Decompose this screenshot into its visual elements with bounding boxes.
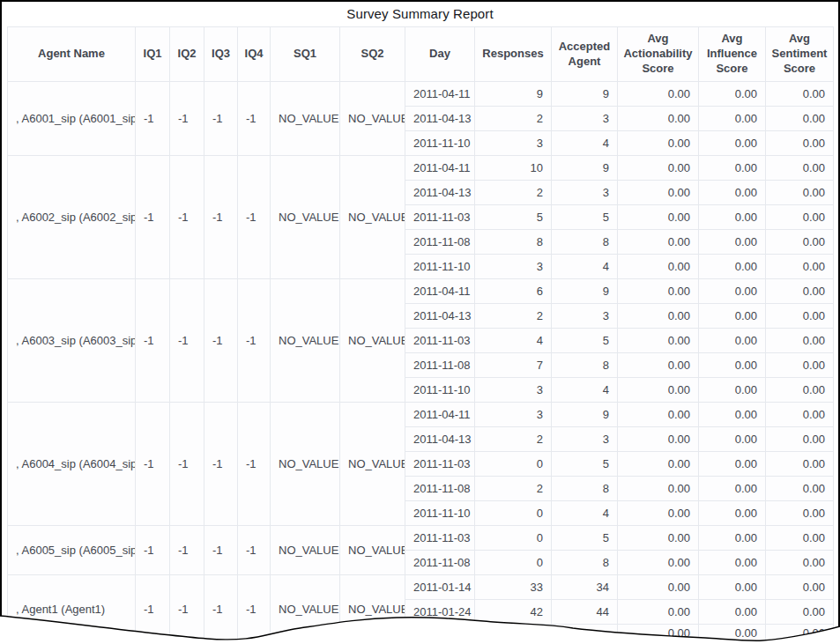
avg-sentiment-score-cell: 0.00	[766, 477, 834, 501]
avg-sentiment-score-cell: 0.00	[766, 156, 834, 181]
iq2-cell: -1	[170, 82, 204, 156]
column-header-2: IQ1	[136, 27, 170, 82]
day-cell: 2011-04-11	[405, 403, 475, 427]
avg-actionability-score-cell: 0.00	[618, 279, 699, 304]
responses-cell: 3	[475, 255, 552, 279]
avg-actionability-score-cell: 0.00	[618, 452, 699, 477]
accepted-agent-cell: 8	[552, 353, 618, 378]
iq1-cell: -1	[136, 82, 170, 156]
iq3-cell: -1	[204, 575, 238, 644]
avg-influence-score-cell: 0.00	[699, 600, 766, 625]
column-header-3: IQ2	[170, 27, 204, 82]
day-cell: 2011-11-03	[405, 526, 475, 551]
accepted-agent-cell: 9	[552, 403, 618, 427]
accepted-agent-cell: 9	[552, 156, 618, 181]
iq3-cell: -1	[204, 156, 238, 279]
day-cell: 2011-01-24	[405, 600, 475, 625]
avg-actionability-score-cell: 0.00	[618, 526, 699, 551]
avg-sentiment-score-cell: 0.00	[766, 625, 834, 644]
responses-cell: 9	[475, 82, 552, 107]
iq4-cell: -1	[238, 526, 271, 575]
day-cell: 2011-04-11	[405, 279, 475, 304]
responses-cell: 0	[475, 551, 552, 575]
responses-cell: 7	[475, 353, 552, 378]
day-cell: 2011-01-14	[405, 575, 475, 600]
accepted-agent-cell: 9	[552, 82, 618, 107]
avg-sentiment-score-cell: 0.00	[766, 329, 834, 353]
accepted-agent-cell: 3	[552, 181, 618, 205]
avg-sentiment-score-cell: 0.00	[766, 353, 834, 378]
avg-influence-score-cell: 0.00	[699, 156, 766, 181]
responses-cell	[475, 625, 552, 644]
iq2-cell: -1	[170, 156, 204, 279]
accepted-agent-cell: 5	[552, 526, 618, 551]
responses-cell: 2	[475, 181, 552, 205]
day-cell: 2011-04-13	[405, 427, 475, 452]
avg-sentiment-score-cell: 0.00	[766, 304, 834, 329]
column-header-8: Day	[405, 27, 475, 82]
column-header-13: Avg Sentiment Score	[766, 27, 834, 82]
sq1-cell: NO_VALUE	[271, 82, 340, 156]
column-header-10: Accepted Agent	[552, 27, 618, 82]
iq4-cell: -1	[238, 403, 271, 526]
avg-sentiment-score-cell: 0.00	[766, 427, 834, 452]
avg-actionability-score-cell: 0.00	[618, 551, 699, 575]
avg-sentiment-score-cell: 0.00	[766, 526, 834, 551]
iq4-cell: -1	[238, 575, 271, 644]
responses-cell: 0	[475, 501, 552, 526]
responses-cell: 3	[475, 131, 552, 156]
responses-cell: 5	[475, 205, 552, 230]
sq1-cell: NO_VALUE	[271, 156, 340, 279]
avg-actionability-score-cell: 0.00	[618, 205, 699, 230]
avg-actionability-score-cell: 0.00	[618, 427, 699, 452]
avg-influence-score-cell: 0.00	[699, 279, 766, 304]
day-cell: 2011-04-13	[405, 304, 475, 329]
accepted-agent-cell: 3	[552, 427, 618, 452]
avg-influence-score-cell: 0.00	[699, 304, 766, 329]
iq2-cell: -1	[170, 403, 204, 526]
day-cell	[405, 625, 475, 644]
responses-cell: 2	[475, 477, 552, 501]
column-header-5: IQ4	[238, 27, 271, 82]
accepted-agent-cell	[552, 625, 618, 644]
avg-sentiment-score-cell: 0.00	[766, 230, 834, 255]
avg-actionability-score-cell: 0.00	[618, 181, 699, 205]
day-cell: 2011-11-10	[405, 501, 475, 526]
responses-cell: 10	[475, 156, 552, 181]
avg-influence-score-cell: 0.00	[699, 329, 766, 353]
avg-actionability-score-cell: 0.00	[618, 625, 699, 644]
accepted-agent-cell: 9	[552, 279, 618, 304]
responses-cell: 2	[475, 107, 552, 131]
column-header-12: Avg Influence Score	[699, 27, 766, 82]
sq2-cell: NO_VALUE	[340, 575, 405, 644]
accepted-agent-cell: 8	[552, 230, 618, 255]
column-header-9: Responses	[475, 27, 552, 82]
table-row: , A6002_sip (A6002_sip)-1-1-1-1NO_VALUEN…	[8, 156, 834, 181]
iq4-cell: -1	[238, 82, 271, 156]
avg-influence-score-cell: 0.00	[699, 427, 766, 452]
sq1-cell: NO_VALUE	[271, 279, 340, 403]
avg-influence-score-cell: 0.00	[699, 107, 766, 131]
day-cell: 2011-04-13	[405, 107, 475, 131]
avg-sentiment-score-cell: 0.00	[766, 82, 834, 107]
column-header-11: Avg Actionability Score	[618, 27, 699, 82]
day-cell: 2011-11-10	[405, 131, 475, 156]
avg-influence-score-cell: 0.00	[699, 452, 766, 477]
table-row: , Agent1 (Agent1)-1-1-1-1NO_VALUENO_VALU…	[8, 575, 834, 600]
avg-actionability-score-cell: 0.00	[618, 477, 699, 501]
day-cell: 2011-04-11	[405, 82, 475, 107]
iq1-cell: -1	[136, 156, 170, 279]
responses-cell: 3	[475, 403, 552, 427]
avg-actionability-score-cell: 0.00	[618, 378, 699, 403]
column-header-4: IQ3	[204, 27, 238, 82]
iq2-cell: -1	[170, 575, 204, 644]
day-cell: 2011-11-03	[405, 329, 475, 353]
sq1-cell: NO_VALUE	[271, 403, 340, 526]
table-row: , A6001_sip (A6001_sip)-1-1-1-1NO_VALUEN…	[8, 82, 834, 107]
sq2-cell: NO_VALUE	[340, 526, 405, 575]
avg-influence-score-cell: 0.00	[699, 230, 766, 255]
iq3-cell: -1	[204, 403, 238, 526]
sq2-cell: NO_VALUE	[340, 403, 405, 526]
survey-summary-table: Agent NameIQ1IQ2IQ3IQ4SQ1SQ2DayResponses…	[7, 26, 834, 644]
iq2-cell: -1	[170, 526, 204, 575]
